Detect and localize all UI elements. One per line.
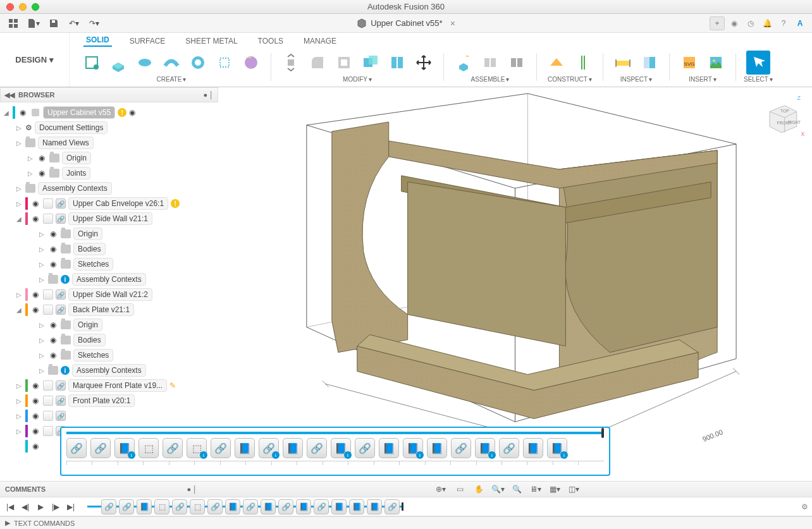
viewport[interactable]: 1200.00 900.00 FRONT RIGHT TOP X Z 🔗🔗📘i⬚…: [218, 87, 812, 481]
section-icon[interactable]: [637, 51, 661, 75]
timeline-feature[interactable]: ⬚: [154, 499, 169, 514]
timeline-feature[interactable]: 📘: [283, 438, 303, 458]
group-modify-label[interactable]: MODIFY ▾: [343, 76, 372, 83]
visibility-icon[interactable]: ◉: [48, 335, 58, 345]
comments-pin-icon[interactable]: ● │: [187, 485, 197, 493]
joint-icon[interactable]: [478, 51, 502, 75]
tree-row[interactable]: ◉🔗Upper Cab Envelope v26:1!: [0, 196, 218, 211]
group-create-label[interactable]: CREATE ▾: [157, 76, 187, 83]
combine-icon[interactable]: [359, 51, 383, 75]
document-tab[interactable]: Upper Cabinet v55* ×: [350, 16, 462, 30]
comments-header[interactable]: COMMENTS ● │: [0, 485, 202, 493]
expand-icon[interactable]: [38, 337, 46, 344]
expand-textcmd-icon[interactable]: ▶: [5, 519, 10, 527]
timeline-feature[interactable]: 🔗: [451, 438, 471, 458]
expand-icon[interactable]: [38, 246, 46, 253]
visibility-icon[interactable]: ◉: [48, 350, 58, 360]
new-tab-button[interactable]: +: [710, 16, 725, 30]
collapse-icon[interactable]: ◀◀: [4, 91, 15, 99]
timeline-feature[interactable]: 📘i: [403, 438, 423, 458]
insert-canvas-icon[interactable]: [704, 51, 728, 75]
zoom-icon[interactable]: 🔍▾: [491, 483, 505, 495]
split-icon[interactable]: [385, 51, 409, 75]
fillet-icon[interactable]: [305, 51, 329, 75]
go-end-icon[interactable]: ▶|: [65, 501, 77, 513]
expand-icon[interactable]: [15, 428, 23, 435]
tree-row[interactable]: ◉🔗Back Plate v21:1: [0, 302, 218, 317]
extrude-icon[interactable]: [106, 51, 130, 75]
pin-icon[interactable]: ● │: [203, 91, 214, 99]
step-back-icon[interactable]: ◀|: [19, 501, 32, 513]
timeline-feature[interactable]: 🔗: [355, 438, 375, 458]
timeline-feature[interactable]: 📘: [349, 499, 364, 514]
expand-icon[interactable]: [38, 261, 46, 268]
text-commands-bar[interactable]: ▶ TEXT COMMANDS: [0, 516, 812, 529]
visibility-icon[interactable]: ◉: [30, 380, 40, 391]
expand-icon[interactable]: [38, 352, 46, 359]
visibility-icon[interactable]: ◉: [30, 289, 40, 300]
tree-row[interactable]: ◉Sketches: [0, 348, 218, 363]
group-insert-label[interactable]: INSERT ▾: [689, 76, 717, 83]
expand-icon[interactable]: [15, 200, 23, 207]
plane-icon[interactable]: [544, 51, 569, 75]
tab-solid[interactable]: SOLID: [83, 34, 112, 47]
visibility-icon[interactable]: ◉: [37, 168, 47, 178]
tree-row[interactable]: ◉Origin: [0, 150, 218, 166]
tree-row[interactable]: ◉🔗Upper Side Wall v21:2: [0, 287, 218, 302]
press-pull-icon[interactable]: [279, 51, 303, 75]
timeline-feature[interactable]: 📘: [331, 499, 347, 514]
timeline-feature[interactable]: 📘i: [475, 438, 495, 458]
visibility-icon[interactable]: ◉: [48, 259, 58, 269]
tree-row[interactable]: ◉Bodies: [0, 332, 218, 348]
viewport-layout-icon[interactable]: ◫▾: [567, 483, 581, 495]
visibility-icon[interactable]: ◉: [48, 244, 58, 254]
tree-row[interactable]: iAssembly Contexts: [0, 363, 218, 378]
timeline-feature[interactable]: 🔗: [90, 438, 111, 458]
timeline-feature[interactable]: 🔗: [66, 438, 87, 458]
timeline-feature[interactable]: 🔗: [499, 438, 519, 458]
timeline-feature[interactable]: 🔗: [119, 499, 134, 514]
timeline-feature[interactable]: 📘: [296, 499, 311, 514]
expand-icon[interactable]: [15, 125, 23, 131]
edit-in-place-icon[interactable]: ✎: [169, 381, 176, 390]
timeline-feature[interactable]: ⬚: [138, 438, 159, 458]
undo-icon[interactable]: ↶▾: [66, 16, 82, 30]
tree-row[interactable]: ◉🔗Upper Side Wall v21:1: [0, 211, 218, 226]
visibility-icon[interactable]: ◉: [48, 229, 58, 239]
loft-icon[interactable]: [186, 51, 210, 75]
autodesk-account-icon[interactable]: A: [793, 16, 807, 30]
timeline-track[interactable]: [66, 432, 604, 434]
visibility-icon[interactable]: ◉: [30, 198, 40, 209]
expand-icon[interactable]: [38, 276, 46, 283]
tree-row[interactable]: ◉🔗: [0, 408, 218, 423]
expand-icon[interactable]: [3, 109, 10, 116]
select-icon[interactable]: [746, 51, 770, 75]
maximize-window[interactable]: [32, 3, 39, 11]
timeline-feature[interactable]: 📘: [225, 499, 240, 514]
timeline-feature[interactable]: 📘i: [114, 438, 135, 458]
tree-row[interactable]: Assembly Contexts: [0, 181, 218, 196]
notifications-icon[interactable]: 🔔: [760, 16, 774, 30]
axis-icon[interactable]: [571, 51, 595, 75]
timeline-feature[interactable]: 📘i: [331, 438, 351, 458]
visibility-icon[interactable]: ◉: [30, 214, 40, 224]
expand-icon[interactable]: [15, 382, 23, 389]
tree-row[interactable]: iAssembly Contexts: [0, 272, 218, 287]
warning-icon[interactable]: !: [171, 199, 180, 208]
display-settings-icon[interactable]: 🖥▾: [529, 483, 543, 495]
warning-icon[interactable]: !: [118, 108, 126, 117]
bottom-timeline-marker[interactable]: [402, 502, 403, 511]
viewcube[interactable]: FRONT RIGHT TOP X Z: [758, 94, 806, 142]
timeline-feature[interactable]: 🔗: [211, 438, 231, 458]
timeline-feature[interactable]: 📘: [367, 499, 382, 514]
timeline-feature[interactable]: 📘: [523, 438, 543, 458]
visibility-icon[interactable]: ◉: [48, 320, 58, 330]
timeline-feature[interactable]: 📘: [427, 438, 447, 458]
timeline-feature[interactable]: 📘: [235, 438, 255, 458]
play-icon[interactable]: ▶: [34, 501, 47, 513]
tree-row[interactable]: ◉Bodies: [0, 241, 218, 257]
sketch-icon[interactable]: [80, 51, 104, 75]
expand-icon[interactable]: [15, 291, 23, 298]
tree-root[interactable]: ◉ Upper Cabinet v55 ! ◉: [0, 105, 218, 120]
visibility-icon[interactable]: ◉: [30, 441, 40, 451]
